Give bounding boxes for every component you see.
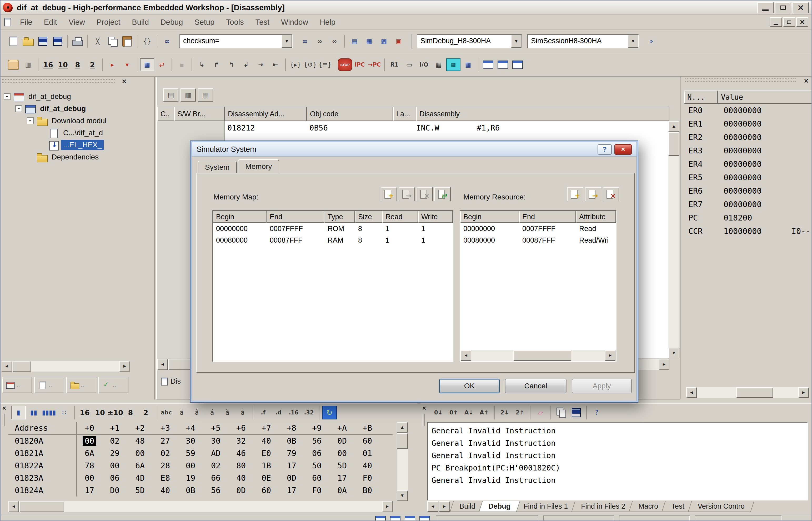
open-folder-icon[interactable] (21, 35, 35, 48)
menu-item[interactable]: Edit (38, 16, 63, 28)
scroll-thumb[interactable] (13, 361, 31, 371)
reset-go-icon[interactable]: {↺} (303, 59, 317, 71)
debug-session-value[interactable]: SimDebug_H8-300HA (417, 35, 494, 48)
output-pane-close-icon[interactable]: × (420, 405, 428, 411)
memory-byte[interactable]: 17 (329, 473, 355, 483)
save-file-icon[interactable] (36, 35, 50, 48)
pan-icon[interactable] (6, 59, 21, 71)
memory-byte[interactable]: 0B (279, 436, 304, 446)
memory-byte[interactable]: 80 (228, 461, 254, 471)
memory-byte[interactable]: 66 (203, 473, 228, 483)
view-source-icon[interactable]: ▥ (181, 88, 196, 101)
scroll-left-icon[interactable]: ◄ (157, 359, 168, 370)
memory-byte[interactable]: B0 (355, 485, 380, 495)
scroll-right-icon[interactable]: ► (605, 350, 616, 361)
templates-tab[interactable]: .. (34, 377, 64, 393)
menu-item[interactable]: Test (250, 16, 275, 28)
scroll-thumb[interactable] (668, 132, 679, 156)
width-2-icon[interactable]: ▮▮ (26, 406, 41, 420)
memory-byte[interactable]: 50 (304, 461, 329, 471)
memory-byte[interactable]: D0 (102, 485, 127, 495)
register-row[interactable]: ER7 00000000 (684, 198, 812, 211)
output-tab[interactable]: Find in Files 2 (571, 501, 635, 512)
memory-byte[interactable]: AD (203, 448, 228, 458)
go-icon[interactable]: {▸} (288, 59, 303, 71)
register-hscrollbar[interactable]: ◄ ► (686, 387, 809, 398)
scroll-thumb[interactable] (513, 350, 571, 361)
find-in-files-2-icon[interactable]: ∞ (327, 35, 342, 48)
menu-item[interactable]: View (63, 16, 91, 28)
width-1-icon[interactable]: ▮ (11, 406, 26, 420)
radix-16-button[interactable]: 16 (77, 406, 92, 420)
radix-8-button[interactable]: 8 (71, 59, 85, 71)
memory-byte[interactable]: F0 (355, 473, 380, 483)
output-pane-grip[interactable] (423, 414, 425, 426)
memory-byte[interactable]: 02 (153, 448, 178, 458)
set-pc-to-cursor-icon[interactable]: ⇤ (269, 59, 283, 71)
menu-item[interactable]: Debug (155, 16, 189, 28)
dialog-help-button[interactable]: ? (598, 144, 612, 155)
register-row[interactable]: PC 018200 (684, 211, 812, 224)
session-arrow[interactable]: ▼ (628, 35, 639, 48)
register-row[interactable]: ER5 00000000 (684, 171, 812, 184)
navigation-tab[interactable]: .. (66, 377, 96, 393)
sort-alpha-desc-icon[interactable]: A↓ (462, 406, 476, 420)
find-combobox-value[interactable]: checksum= (180, 35, 222, 48)
modify-memory-resource-button[interactable]: → (585, 187, 601, 201)
menu-item[interactable]: Build (126, 16, 155, 28)
memory-pane-grip[interactable] (3, 414, 5, 426)
scroll-down-icon[interactable]: ▼ (668, 348, 679, 358)
disassembly-vscrollbar[interactable]: ▲ ▼ (668, 121, 679, 358)
go-to-cursor-icon[interactable]: ⇥ (254, 59, 268, 71)
watch-icon[interactable]: ▥ (21, 59, 35, 71)
memory-byte[interactable]: 6A (77, 448, 102, 458)
memory-byte[interactable]: 0B (178, 485, 203, 495)
scroll-track[interactable] (19, 501, 382, 512)
memory-byte[interactable]: 30 (178, 436, 203, 446)
halt-icon[interactable] (338, 59, 352, 71)
close-button[interactable]: × (792, 2, 809, 13)
tree-expander[interactable]: - (15, 105, 22, 112)
goto-pc-icon[interactable]: →PC (367, 59, 381, 71)
save-all-icon[interactable] (50, 35, 65, 48)
cut-icon[interactable]: ╳ (91, 35, 105, 48)
sort-numeric-asc-icon[interactable]: 0↑ (446, 406, 461, 420)
step-auto-icon[interactable]: ↲ (239, 59, 253, 71)
workspace-close-icon[interactable]: × (119, 77, 129, 85)
memory-byte[interactable]: 60 (355, 436, 380, 446)
radix-10-button[interactable]: 10 (93, 406, 107, 420)
view-as-pointer-icon[interactable]: ▸ (105, 59, 119, 71)
long-format-icon[interactable]: .32 (302, 406, 316, 420)
scroll-track[interactable] (12, 361, 119, 371)
dialog-tab[interactable]: System (198, 161, 237, 174)
word-format-icon[interactable]: .16 (286, 406, 301, 420)
mdi-close-button[interactable]: × (796, 17, 808, 27)
memory-map-row[interactable]: 0008000000087FFFRAM811 (213, 234, 453, 246)
memory-byte[interactable]: 00 (102, 461, 127, 471)
register-row[interactable]: ER2 00000000 (684, 131, 812, 144)
memory-byte[interactable]: 56 (203, 485, 228, 495)
memory-byte[interactable]: 1B (254, 461, 279, 471)
session-combobox[interactable]: SimSessionH8-300HA ▼ (527, 34, 639, 48)
step-over-icon[interactable]: ↱ (209, 59, 224, 71)
save-icon[interactable] (569, 406, 584, 420)
scroll-thumb[interactable] (397, 433, 408, 449)
memory-byte[interactable]: 28 (153, 461, 178, 471)
menu-item[interactable]: Setup (189, 16, 220, 28)
tree-item[interactable]: - dif_at_debug (1, 91, 153, 103)
menu-item[interactable]: Tools (220, 16, 250, 28)
go-icon[interactable]: » (644, 35, 658, 48)
tree-item[interactable]: Dependencies (1, 151, 153, 163)
unicode-icon[interactable]: ã (235, 406, 250, 420)
radix-2-button[interactable]: 2 (138, 406, 153, 420)
jis-icon[interactable]: â (189, 406, 204, 420)
width-8-icon[interactable]: ∷ (57, 406, 72, 420)
sort-type-desc-icon[interactable]: 2↓ (497, 406, 512, 420)
sjis-icon[interactable]: ä (174, 406, 189, 420)
register-close-icon[interactable]: × (802, 77, 811, 85)
interrupt-pc-icon[interactable]: IPC (353, 59, 367, 71)
dialog-close-button[interactable]: × (614, 144, 632, 155)
view-locals-icon[interactable]: ▾ (120, 59, 134, 71)
tree-expander[interactable]: - (4, 93, 10, 100)
reset-memory-map-button[interactable]: ⇄ (435, 187, 451, 201)
